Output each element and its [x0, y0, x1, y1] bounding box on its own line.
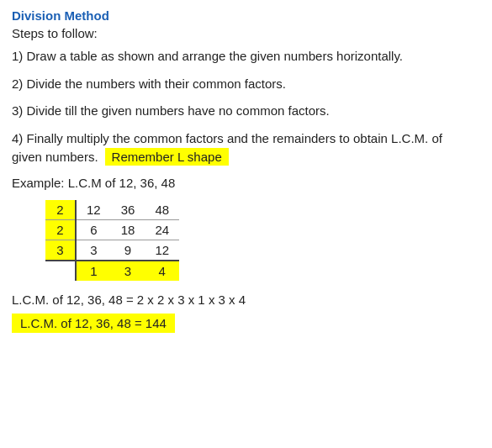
remainder-cell: 3 — [111, 261, 145, 281]
division-table: 2 12 36 48 2 6 18 24 3 3 9 12 1 — [45, 200, 179, 281]
step-3: 3) Divide till the given numbers have no… — [12, 102, 480, 121]
step-4-highlight: Remember L shape — [105, 148, 229, 166]
remainder-cell: 1 — [76, 261, 111, 281]
step-2: 2) Divide the numbers with their common … — [12, 75, 480, 94]
steps-label: Steps to follow: — [12, 26, 480, 40]
num-cell: 12 — [145, 240, 179, 261]
table-row: 2 12 36 48 — [45, 200, 179, 220]
divisor-cell: 3 — [45, 240, 76, 261]
step-4: 4) Finally multiply the common factors a… — [12, 129, 480, 167]
table-row: 3 3 9 12 — [45, 240, 179, 261]
divisor-cell: 2 — [45, 200, 76, 220]
num-cell: 48 — [145, 200, 179, 220]
step-4-text-line1: 4) Finally multiply the common factors a… — [12, 131, 442, 145]
divisor-cell-last — [45, 261, 76, 281]
title: Division Method — [12, 8, 480, 23]
lcm-equation: L.C.M. of 12, 36, 48 = 2 x 2 x 3 x 1 x 3… — [12, 293, 480, 307]
divisor-cell: 2 — [45, 219, 76, 240]
num-cell: 12 — [76, 200, 111, 220]
num-cell: 3 — [76, 240, 111, 261]
example-label: Example: L.C.M of 12, 36, 48 — [12, 176, 480, 190]
step-1: 1) Draw a table as shown and arrange the… — [12, 47, 480, 66]
num-cell: 36 — [111, 200, 145, 220]
table-row-last: 1 3 4 — [45, 261, 179, 281]
table-row: 2 6 18 24 — [45, 219, 179, 240]
num-cell: 18 — [111, 219, 145, 240]
num-cell: 24 — [145, 219, 179, 240]
lcm-answer: L.C.M. of 12, 36, 48 = 144 — [12, 314, 175, 333]
division-table-wrapper: 2 12 36 48 2 6 18 24 3 3 9 12 1 — [45, 200, 480, 281]
step-4-text-line2: given numbers. — [12, 150, 98, 164]
num-cell: 6 — [76, 219, 111, 240]
remainder-cell: 4 — [145, 261, 179, 281]
num-cell: 9 — [111, 240, 145, 261]
